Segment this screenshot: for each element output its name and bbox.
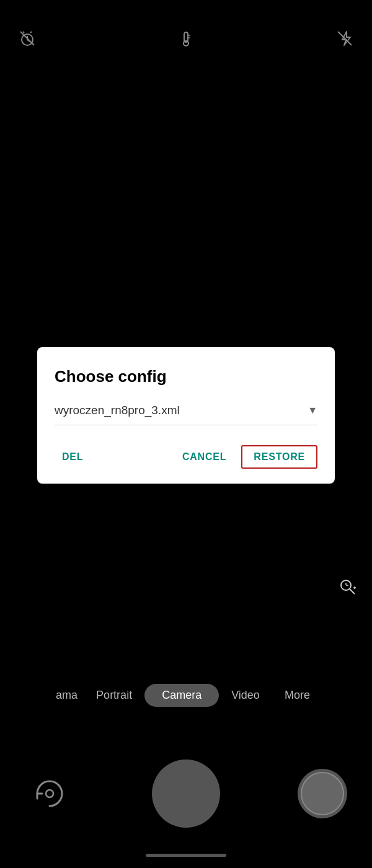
mode-camera[interactable]: Camera <box>144 684 219 707</box>
gallery-thumbnail <box>301 772 344 815</box>
mode-more[interactable]: More <box>272 684 322 707</box>
dropdown-value: wyroczen_rn8pro_3.xml <box>55 404 180 417</box>
cancel-button[interactable]: CANCEL <box>175 446 234 467</box>
alarm-off-icon <box>19 30 36 51</box>
flip-camera-button[interactable] <box>25 769 74 818</box>
svg-line-5 <box>30 32 32 33</box>
mode-pano[interactable]: ama <box>50 684 84 707</box>
status-bar <box>0 0 372 62</box>
svg-point-17 <box>46 790 53 797</box>
gallery-button[interactable] <box>298 769 347 818</box>
chevron-down-icon: ▼ <box>308 405 317 416</box>
home-indicator <box>146 854 226 857</box>
mode-selector: ama Portrait Camera Video More <box>0 684 372 707</box>
dialog-title: Choose config <box>55 367 317 386</box>
svg-line-12 <box>350 589 355 594</box>
config-dropdown[interactable]: wyroczen_rn8pro_3.xml ▼ <box>55 404 317 425</box>
shutter-button[interactable] <box>152 760 220 828</box>
restore-button[interactable]: RESTORE <box>241 445 317 469</box>
focus-icon[interactable] <box>337 577 357 601</box>
config-dialog: Choose config wyroczen_rn8pro_3.xml ▼ DE… <box>37 347 335 484</box>
thermometer-icon <box>177 30 195 51</box>
svg-line-4 <box>23 32 24 33</box>
flash-off-icon <box>336 30 353 51</box>
dialog-buttons: DEL CANCEL RESTORE <box>55 445 317 469</box>
mode-video[interactable]: Video <box>219 684 272 707</box>
del-button[interactable]: DEL <box>55 446 91 467</box>
mode-portrait[interactable]: Portrait <box>84 684 144 707</box>
